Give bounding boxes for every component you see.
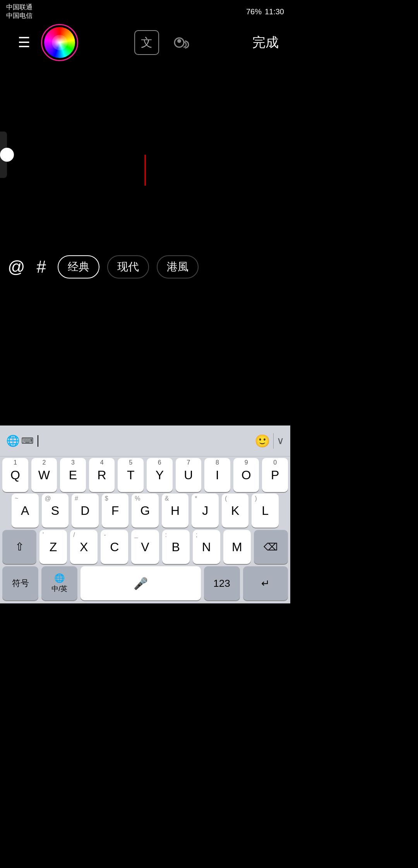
voice-icon — [171, 33, 190, 52]
toolbar-center: 文 — [134, 30, 193, 55]
symbol-key[interactable]: 符号 — [2, 566, 38, 600]
return-key[interactable]: ↵ — [243, 566, 288, 600]
key-r[interactable]: 4 R — [89, 458, 115, 492]
hash-symbol[interactable]: # — [33, 257, 50, 277]
hamburger-icon: ☰ — [18, 36, 30, 50]
translate-button[interactable]: 文 — [134, 30, 159, 55]
keyboard-row-1: 1 Q 2 W 3 E 4 R 5 T 6 Y 7 U 8 I — [0, 456, 290, 493]
keyboard-icon: ⌨ — [21, 436, 34, 446]
left-handle[interactable] — [0, 148, 14, 162]
key-v[interactable]: _ V — [131, 530, 159, 564]
style-chip-classic[interactable]: 经典 — [58, 255, 99, 279]
hamburger-button[interactable]: ☰ — [12, 30, 36, 55]
shift-key[interactable]: ⇧ — [2, 530, 36, 564]
toolbar-left: ☰ — [12, 27, 75, 58]
space-key[interactable]: 🎤 — [81, 566, 200, 600]
divider — [273, 433, 274, 449]
key-s[interactable]: @ S — [42, 494, 69, 528]
status-right: 76% 11:30 — [246, 7, 284, 16]
carrier2: 中国电信 — [6, 12, 33, 20]
key-o[interactable]: 9 O — [233, 458, 259, 492]
text-input[interactable] — [38, 425, 242, 456]
at-symbol[interactable]: @ — [8, 257, 25, 277]
key-g[interactable]: % G — [132, 494, 159, 528]
key-x[interactable]: / X — [70, 530, 98, 564]
color-wheel-button[interactable] — [44, 27, 75, 58]
key-p[interactable]: 0 P — [262, 458, 288, 492]
mic-icon: 🎤 — [134, 577, 148, 590]
key-e[interactable]: 3 E — [60, 458, 86, 492]
keyboard-hide-button[interactable]: ∨ — [277, 435, 284, 447]
key-f[interactable]: $ F — [102, 494, 129, 528]
key-y[interactable]: 6 Y — [147, 458, 173, 492]
style-chip-hk[interactable]: 港風 — [157, 255, 199, 279]
key-u[interactable]: 7 U — [176, 458, 202, 492]
keyboard-row-2: ~ A @ S # D $ F % G & H * J ( K — [0, 493, 290, 528]
carrier-info: 中国联通 中国电信 — [6, 3, 33, 20]
text-cursor — [145, 155, 146, 186]
key-j[interactable]: * J — [192, 494, 219, 528]
keyboard-switch[interactable]: 🌐 ⌨ — [6, 434, 34, 447]
keyboard-bottom-row: 符号 🌐 中/英 🎤 123 ↵ — [0, 565, 290, 603]
globe-icon: 🌐 — [6, 434, 20, 447]
svg-point-1 — [177, 39, 181, 43]
keyboard-area: 🌐 ⌨ 🙂 ∨ 1 Q 2 W 3 E 4 R 5 — [0, 425, 290, 603]
battery: 76% — [246, 7, 262, 16]
toolbar: ☰ 文 完成 — [0, 23, 290, 62]
delete-key[interactable]: ⌫ — [254, 530, 288, 564]
key-z[interactable]: ' Z — [39, 530, 67, 564]
key-m[interactable]: M — [223, 530, 251, 564]
key-k[interactable]: ( K — [222, 494, 249, 528]
color-wheel-ring — [41, 24, 78, 61]
done-button[interactable]: 完成 — [252, 34, 279, 51]
key-i[interactable]: 8 I — [204, 458, 230, 492]
lang-key[interactable]: 🌐 中/英 — [41, 566, 77, 600]
key-t[interactable]: 5 T — [118, 458, 144, 492]
input-row: 🌐 ⌨ 🙂 ∨ — [0, 425, 290, 456]
input-row-right: 🙂 ∨ — [245, 433, 284, 449]
key-h[interactable]: & H — [162, 494, 189, 528]
style-chip-modern[interactable]: 现代 — [107, 255, 149, 279]
key-w[interactable]: 2 W — [31, 458, 57, 492]
key-l[interactable]: ) L — [252, 494, 279, 528]
time: 11:30 — [265, 7, 284, 16]
keyboard-row-3: ⇧ ' Z / X - C _ V : B ; N M ⌫ — [0, 528, 290, 565]
key-d[interactable]: # D — [72, 494, 99, 528]
canvas-area[interactable] — [0, 62, 290, 248]
key-q[interactable]: 1 Q — [2, 458, 28, 492]
translate-icon: 文 — [141, 35, 152, 51]
input-cursor — [38, 435, 38, 447]
key-n[interactable]: ; N — [193, 530, 220, 564]
key-b[interactable]: : B — [162, 530, 190, 564]
num-key[interactable]: 123 — [204, 566, 240, 600]
emoji-button[interactable]: 🙂 — [255, 434, 270, 448]
voice-button[interactable] — [168, 30, 193, 55]
style-bar: @ # 经典 现代 港風 — [0, 248, 290, 286]
key-a[interactable]: ~ A — [12, 494, 39, 528]
carrier1: 中国联通 — [6, 3, 33, 12]
status-bar: 中国联通 中国电信 76% 11:30 — [0, 0, 290, 23]
key-c[interactable]: - C — [101, 530, 128, 564]
